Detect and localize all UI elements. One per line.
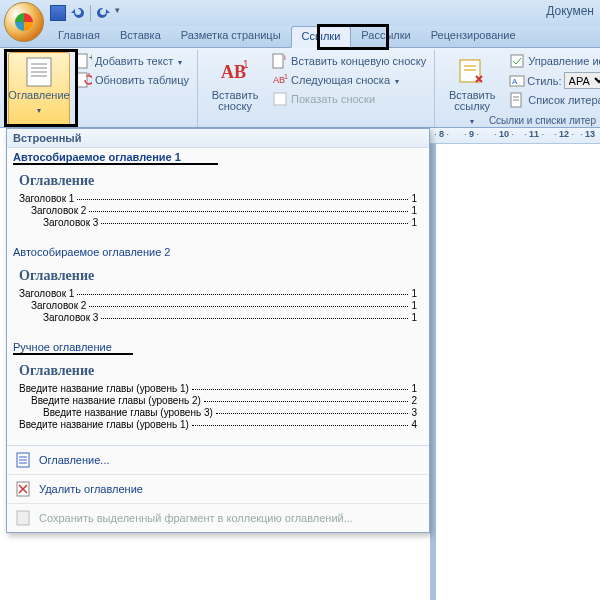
title-bar: ▾ Докумен	[0, 0, 600, 26]
insert-endnote-label: Вставить концевую сноску	[291, 55, 426, 67]
highlight-underline	[13, 163, 218, 165]
style-icon: A	[509, 73, 525, 89]
add-text-label: Добавить текст	[95, 55, 173, 67]
group-citations-label: Ссылки и списки литер	[489, 115, 596, 126]
highlight-underline	[13, 353, 133, 355]
insert-footnote-label: Вставить сноску	[207, 90, 263, 112]
office-logo-icon	[15, 13, 33, 31]
show-notes-button[interactable]: Показать сноски	[270, 90, 428, 108]
citation-style-field[interactable]: A Стиль: APA	[507, 71, 600, 90]
group-footnotes: AB1 Вставить сноску i Вставить концевую …	[198, 50, 435, 127]
qat-customize-icon[interactable]: ▾	[115, 5, 131, 21]
endnote-icon: i	[272, 53, 288, 69]
preview-title: Оглавление	[19, 363, 417, 379]
insert-citation-label: Вставить ссылку	[444, 90, 500, 112]
gallery-item-preview: Оглавление Введите название главы (урове…	[13, 357, 423, 437]
svg-text:1: 1	[284, 73, 288, 80]
svg-text:1: 1	[243, 59, 249, 70]
toc-dialog-icon	[15, 452, 31, 468]
document-page[interactable]	[430, 144, 600, 600]
toc-icon	[23, 56, 55, 88]
manage-sources-icon	[509, 53, 525, 69]
preview-title: Оглавление	[19, 268, 417, 284]
gallery-item-manual[interactable]: Ручное оглавление Оглавление Введите наз…	[7, 338, 429, 437]
toc-button-label: Оглавление	[8, 90, 69, 101]
gallery-item-preview: Оглавление Заголовок 11 Заголовок 21 Заг…	[13, 262, 423, 330]
chevron-down-icon	[470, 114, 474, 126]
gallery-item-name: Автособираемое оглавление 1	[7, 148, 429, 163]
tab-home[interactable]: Главная	[48, 26, 110, 47]
toc-row: Заголовок 11	[19, 288, 417, 299]
chevron-down-icon	[37, 103, 41, 115]
bibliography-icon	[509, 92, 525, 108]
remove-toc-icon	[15, 481, 31, 497]
show-notes-label: Показать сноски	[291, 93, 375, 105]
redo-icon[interactable]	[95, 5, 111, 21]
qat-separator	[90, 5, 91, 21]
bibliography-button[interactable]: Список литера	[507, 91, 600, 109]
manage-sources-button[interactable]: Управление ис	[507, 52, 600, 70]
add-text-icon: +	[76, 53, 92, 69]
gallery-item-preview: Оглавление Заголовок 11 Заголовок 21 Заг…	[13, 167, 423, 235]
svg-rect-18	[511, 55, 523, 67]
gallery-footer: Оглавление... Удалить оглавление Сохрани…	[7, 445, 429, 532]
tab-insert[interactable]: Вставка	[110, 26, 171, 47]
gallery-item-name: Автособираемое оглавление 2	[7, 243, 429, 258]
preview-title: Оглавление	[19, 173, 417, 189]
gallery-item-auto1[interactable]: Автособираемое оглавление 1 Оглавление З…	[7, 148, 429, 235]
menu-remove-toc[interactable]: Удалить оглавление	[7, 475, 429, 503]
bibliography-label: Список литера	[528, 94, 600, 106]
svg-rect-14	[274, 93, 286, 105]
tab-page-layout[interactable]: Разметка страницы	[171, 26, 291, 47]
group-toc: Оглавление + Добавить текст Обновить таб…	[2, 50, 198, 127]
toc-row: Введите название главы (уровень 2)2	[31, 395, 417, 406]
toc-row: Введите название главы (уровень 3)3	[43, 407, 417, 418]
svg-text:+: +	[89, 53, 92, 63]
toc-row: Заголовок 31	[43, 312, 417, 323]
svg-rect-15	[460, 60, 480, 82]
citation-icon	[456, 56, 488, 88]
menu-save-selection-label: Сохранить выделенный фрагмент в коллекци…	[39, 512, 353, 524]
gallery-category-builtin: Встроенный	[7, 129, 429, 148]
chevron-down-icon	[176, 55, 182, 67]
toc-small-buttons: + Добавить текст Обновить таблицу	[74, 52, 191, 127]
menu-insert-toc[interactable]: Оглавление...	[7, 446, 429, 474]
toc-row: Заголовок 21	[31, 205, 417, 216]
toc-gallery: Встроенный Автособираемое оглавление 1 О…	[6, 128, 430, 533]
manage-sources-label: Управление ис	[528, 55, 600, 67]
tab-mailings[interactable]: Рассылки	[351, 26, 420, 47]
add-text-button[interactable]: + Добавить текст	[74, 52, 191, 70]
toc-row: Заголовок 21	[31, 300, 417, 311]
toc-row: Заголовок 11	[19, 193, 417, 204]
footnote-small-buttons: i Вставить концевую сноску AB1 Следующая…	[270, 52, 428, 127]
next-footnote-label: Следующая сноска	[291, 74, 390, 86]
next-footnote-button[interactable]: AB1 Следующая сноска	[270, 71, 428, 89]
document-title: Докумен	[546, 4, 594, 18]
insert-endnote-button[interactable]: i Вставить концевую сноску	[270, 52, 428, 70]
update-icon	[76, 72, 92, 88]
tab-review[interactable]: Рецензирование	[421, 26, 526, 47]
gallery-item-name: Ручное оглавление	[7, 338, 429, 353]
toc-row: Заголовок 31	[43, 217, 417, 228]
footnote-icon: AB1	[219, 56, 251, 88]
office-button[interactable]	[4, 2, 44, 42]
style-label: Стиль:	[527, 75, 561, 87]
svg-rect-10	[273, 54, 283, 68]
insert-footnote-button[interactable]: AB1 Вставить сноску	[204, 52, 266, 127]
svg-text:i: i	[284, 53, 286, 62]
update-table-button[interactable]: Обновить таблицу	[74, 71, 191, 89]
save-icon[interactable]	[50, 5, 66, 21]
tab-references[interactable]: Ссылки	[291, 26, 352, 48]
menu-insert-toc-label: Оглавление...	[39, 454, 110, 466]
undo-icon[interactable]	[70, 5, 86, 21]
toc-row: Введите название главы (уровень 1)1	[19, 383, 417, 394]
gallery-item-auto2[interactable]: Автособираемое оглавление 2 Оглавление З…	[7, 243, 429, 330]
style-select[interactable]: APA	[564, 72, 600, 89]
next-footnote-icon: AB1	[272, 72, 288, 88]
chevron-down-icon	[393, 74, 399, 86]
toc-button[interactable]: Оглавление	[8, 52, 70, 127]
menu-save-selection: Сохранить выделенный фрагмент в коллекци…	[7, 504, 429, 532]
horizontal-ruler: · 8 · · 9 · · 10 · · 11 · · 12 · · 13 ·	[430, 128, 600, 144]
show-notes-icon	[272, 91, 288, 107]
ribbon-tabs: Главная Вставка Разметка страницы Ссылки…	[0, 26, 600, 48]
